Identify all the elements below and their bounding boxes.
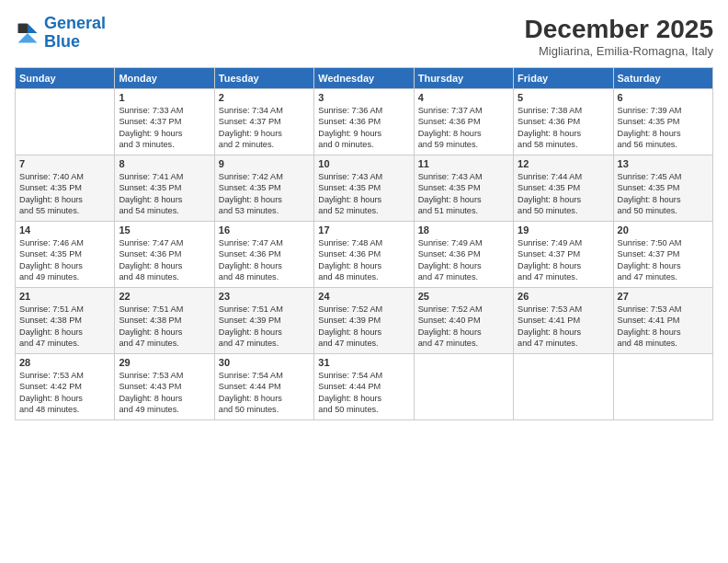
calendar-body: 1Sunrise: 7:33 AM Sunset: 4:37 PM Daylig… <box>16 89 713 420</box>
calendar-cell <box>414 354 513 420</box>
day-info: Sunrise: 7:49 AM Sunset: 4:36 PM Dayligh… <box>418 237 509 283</box>
day-info: Sunrise: 7:40 AM Sunset: 4:35 PM Dayligh… <box>19 171 110 217</box>
calendar-cell: 19Sunrise: 7:49 AM Sunset: 4:37 PM Dayli… <box>514 222 613 288</box>
calendar-week-5: 28Sunrise: 7:53 AM Sunset: 4:42 PM Dayli… <box>16 354 713 420</box>
day-number: 24 <box>318 291 409 302</box>
day-info: Sunrise: 7:54 AM Sunset: 4:44 PM Dayligh… <box>318 370 409 416</box>
svg-rect-3 <box>18 23 28 33</box>
day-info: Sunrise: 7:34 AM Sunset: 4:37 PM Dayligh… <box>219 105 310 151</box>
day-number: 18 <box>418 224 509 236</box>
calendar-week-1: 1Sunrise: 7:33 AM Sunset: 4:37 PM Daylig… <box>16 89 713 155</box>
calendar-cell: 1Sunrise: 7:33 AM Sunset: 4:37 PM Daylig… <box>115 89 214 155</box>
day-info: Sunrise: 7:51 AM Sunset: 4:39 PM Dayligh… <box>219 304 310 350</box>
weekday-header-row: SundayMondayTuesdayWednesdayThursdayFrid… <box>16 68 713 89</box>
day-info: Sunrise: 7:51 AM Sunset: 4:38 PM Dayligh… <box>119 304 210 350</box>
day-info: Sunrise: 7:43 AM Sunset: 4:35 PM Dayligh… <box>318 171 409 217</box>
calendar-cell <box>16 89 115 155</box>
logo-line1: General <box>44 14 106 32</box>
day-info: Sunrise: 7:53 AM Sunset: 4:43 PM Dayligh… <box>119 370 210 416</box>
day-info: Sunrise: 7:42 AM Sunset: 4:35 PM Dayligh… <box>219 171 310 217</box>
day-number: 19 <box>518 224 609 236</box>
day-number: 10 <box>318 158 409 169</box>
day-number: 25 <box>418 291 509 302</box>
calendar-cell: 22Sunrise: 7:51 AM Sunset: 4:38 PM Dayli… <box>115 288 214 354</box>
calendar-cell: 23Sunrise: 7:51 AM Sunset: 4:39 PM Dayli… <box>214 288 313 354</box>
day-number: 28 <box>19 357 110 368</box>
weekday-friday: Friday <box>514 68 613 89</box>
calendar-cell: 26Sunrise: 7:53 AM Sunset: 4:41 PM Dayli… <box>514 288 613 354</box>
calendar-cell: 6Sunrise: 7:39 AM Sunset: 4:35 PM Daylig… <box>613 89 712 155</box>
day-info: Sunrise: 7:45 AM Sunset: 4:35 PM Dayligh… <box>618 171 709 217</box>
day-number: 27 <box>618 291 709 302</box>
day-info: Sunrise: 7:53 AM Sunset: 4:41 PM Dayligh… <box>618 304 709 350</box>
day-number: 11 <box>418 158 509 169</box>
day-number: 4 <box>418 92 509 103</box>
calendar-header: SundayMondayTuesdayWednesdayThursdayFrid… <box>16 68 713 89</box>
day-info: Sunrise: 7:47 AM Sunset: 4:36 PM Dayligh… <box>219 237 310 283</box>
day-number: 9 <box>219 158 310 169</box>
day-info: Sunrise: 7:46 AM Sunset: 4:35 PM Dayligh… <box>19 237 110 283</box>
day-number: 1 <box>119 92 210 103</box>
day-number: 22 <box>119 291 210 302</box>
day-info: Sunrise: 7:44 AM Sunset: 4:35 PM Dayligh… <box>518 171 609 217</box>
calendar-cell: 9Sunrise: 7:42 AM Sunset: 4:35 PM Daylig… <box>214 155 313 222</box>
day-info: Sunrise: 7:36 AM Sunset: 4:36 PM Dayligh… <box>318 105 409 151</box>
day-info: Sunrise: 7:48 AM Sunset: 4:36 PM Dayligh… <box>318 237 409 283</box>
weekday-saturday: Saturday <box>613 68 712 89</box>
day-number: 15 <box>119 224 210 236</box>
day-info: Sunrise: 7:52 AM Sunset: 4:40 PM Dayligh… <box>418 304 509 350</box>
calendar-cell: 2Sunrise: 7:34 AM Sunset: 4:37 PM Daylig… <box>214 89 313 155</box>
day-number: 16 <box>219 224 310 236</box>
calendar-cell: 24Sunrise: 7:52 AM Sunset: 4:39 PM Dayli… <box>314 288 414 354</box>
logo-text: General Blue <box>44 15 106 52</box>
calendar-cell: 31Sunrise: 7:54 AM Sunset: 4:44 PM Dayli… <box>314 354 414 420</box>
weekday-monday: Monday <box>115 68 214 89</box>
calendar-cell: 18Sunrise: 7:49 AM Sunset: 4:36 PM Dayli… <box>414 222 513 288</box>
title-block: December 2025 Migliarina, Emilia-Romagna… <box>525 15 713 58</box>
day-number: 13 <box>618 158 709 169</box>
calendar-cell: 3Sunrise: 7:36 AM Sunset: 4:36 PM Daylig… <box>314 89 414 155</box>
location: Migliarina, Emilia-Romagna, Italy <box>525 44 713 58</box>
calendar-cell: 29Sunrise: 7:53 AM Sunset: 4:43 PM Dayli… <box>115 354 214 420</box>
day-info: Sunrise: 7:39 AM Sunset: 4:35 PM Dayligh… <box>618 105 709 151</box>
calendar-cell: 11Sunrise: 7:43 AM Sunset: 4:35 PM Dayli… <box>414 155 513 222</box>
day-number: 5 <box>518 92 609 103</box>
calendar-cell <box>613 354 712 420</box>
weekday-sunday: Sunday <box>16 68 115 89</box>
page-header: General Blue December 2025 Migliarina, E… <box>15 15 713 58</box>
day-number: 21 <box>19 291 110 302</box>
calendar-cell: 28Sunrise: 7:53 AM Sunset: 4:42 PM Dayli… <box>16 354 115 420</box>
calendar-week-3: 14Sunrise: 7:46 AM Sunset: 4:35 PM Dayli… <box>16 222 713 288</box>
weekday-wednesday: Wednesday <box>314 68 414 89</box>
calendar-cell: 10Sunrise: 7:43 AM Sunset: 4:35 PM Dayli… <box>314 155 414 222</box>
calendar-cell <box>514 354 613 420</box>
calendar-cell: 27Sunrise: 7:53 AM Sunset: 4:41 PM Dayli… <box>613 288 712 354</box>
calendar-cell: 17Sunrise: 7:48 AM Sunset: 4:36 PM Dayli… <box>314 222 414 288</box>
day-number: 17 <box>318 224 409 236</box>
day-number: 30 <box>219 357 310 368</box>
day-number: 26 <box>518 291 609 302</box>
calendar-table: SundayMondayTuesdayWednesdayThursdayFrid… <box>15 67 713 420</box>
day-number: 2 <box>219 92 310 103</box>
day-info: Sunrise: 7:33 AM Sunset: 4:37 PM Dayligh… <box>119 105 210 151</box>
calendar-week-2: 7Sunrise: 7:40 AM Sunset: 4:35 PM Daylig… <box>16 155 713 222</box>
calendar-cell: 25Sunrise: 7:52 AM Sunset: 4:40 PM Dayli… <box>414 288 513 354</box>
weekday-thursday: Thursday <box>414 68 513 89</box>
calendar-week-4: 21Sunrise: 7:51 AM Sunset: 4:38 PM Dayli… <box>16 288 713 354</box>
calendar-cell: 20Sunrise: 7:50 AM Sunset: 4:37 PM Dayli… <box>613 222 712 288</box>
day-info: Sunrise: 7:49 AM Sunset: 4:37 PM Dayligh… <box>518 237 609 283</box>
calendar-cell: 5Sunrise: 7:38 AM Sunset: 4:36 PM Daylig… <box>514 89 613 155</box>
day-number: 3 <box>318 92 409 103</box>
day-info: Sunrise: 7:47 AM Sunset: 4:36 PM Dayligh… <box>119 237 210 283</box>
calendar-cell: 12Sunrise: 7:44 AM Sunset: 4:35 PM Dayli… <box>514 155 613 222</box>
calendar-cell: 8Sunrise: 7:41 AM Sunset: 4:35 PM Daylig… <box>115 155 214 222</box>
day-number: 29 <box>119 357 210 368</box>
day-number: 31 <box>318 357 409 368</box>
weekday-tuesday: Tuesday <box>214 68 313 89</box>
day-info: Sunrise: 7:50 AM Sunset: 4:37 PM Dayligh… <box>618 237 709 283</box>
day-info: Sunrise: 7:54 AM Sunset: 4:44 PM Dayligh… <box>219 370 310 416</box>
day-info: Sunrise: 7:43 AM Sunset: 4:35 PM Dayligh… <box>418 171 509 217</box>
calendar-cell: 14Sunrise: 7:46 AM Sunset: 4:35 PM Dayli… <box>16 222 115 288</box>
logo: General Blue <box>15 15 106 52</box>
calendar-cell: 4Sunrise: 7:37 AM Sunset: 4:36 PM Daylig… <box>414 89 513 155</box>
